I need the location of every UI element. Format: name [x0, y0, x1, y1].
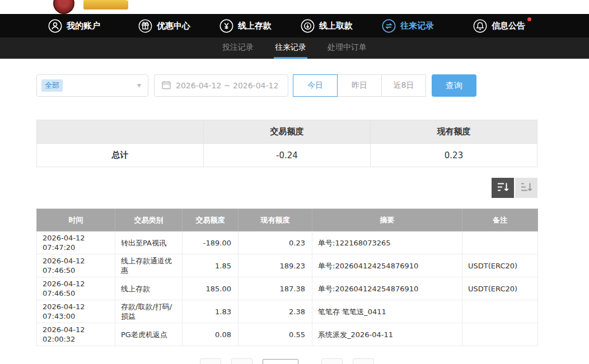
cell-transaction-amount: 1.83 [183, 300, 239, 323]
summary-header-empty [37, 120, 204, 144]
summary-total-row: 总计 -0.24 0.23 [37, 144, 537, 167]
cell-note: USDT(ERC20) [462, 254, 538, 277]
cell-summary: 单号:202604124254876910 [312, 277, 462, 300]
cell-time: 2026-04-12 07:47:20 [37, 231, 115, 254]
summary-total-label: 总计 [37, 144, 204, 167]
type-select[interactable]: 全部 ▼ [36, 74, 148, 97]
col-header-transaction-amount: 交易额度 [183, 209, 239, 231]
cell-summary: 系统派发_2026-04-11 [312, 323, 462, 346]
tab-label: 往来记录 [275, 42, 306, 53]
cell-type: 转出至PA视讯 [115, 231, 183, 254]
nav-item-announcements[interactable]: 信息公告 [473, 19, 525, 33]
nav-label: 优惠中心 [157, 21, 190, 31]
calendar-icon [162, 81, 171, 91]
nav-item-promotions[interactable]: 优惠中心 [138, 19, 190, 33]
cell-note: USDT(ERC20) [462, 277, 538, 300]
summary-header-row: 交易额度 现有额度 [37, 120, 537, 144]
cell-time: 2026-04-12 02:00:32 [37, 323, 115, 346]
table-row: 2026-04-12 07:47:20 转出至PA视讯 -189.00 0.23… [37, 231, 538, 254]
summary-table: 交易额度 现有额度 总计 -0.24 0.23 [36, 120, 537, 167]
previous-page-button[interactable] [231, 358, 253, 364]
yesterday-button[interactable]: 昨日 [337, 74, 382, 97]
nav-label: 我的账户 [67, 21, 100, 31]
table-row: 2026-04-12 07:43:00 存款/取款/打码/损益 1.83 2.3… [37, 300, 538, 323]
withdraw-icon [301, 19, 315, 33]
cell-note [462, 231, 538, 254]
cell-type: 存款/取款/打码/损益 [115, 300, 183, 323]
nav-item-online-deposit[interactable]: 线上存款 [219, 19, 272, 33]
cell-transaction-amount: 185.00 [183, 277, 239, 300]
nav-label: 线上取款 [319, 21, 353, 31]
cell-current-amount: 189.23 [239, 254, 312, 277]
nav-item-my-account[interactable]: 我的账户 [48, 19, 100, 33]
page-indicator: 1 /1 [263, 359, 312, 364]
tab-label: 投注记录 [222, 42, 254, 53]
record-tabs: 投注记录 往来记录 处理中订单 [0, 37, 589, 59]
quick-date-group: 今日 昨日 近8日 [293, 74, 426, 97]
cell-time: 2026-04-12 07:46:50 [37, 277, 115, 300]
transaction-records-page: 我的账户 优惠中心 线上存款 [0, 0, 589, 364]
transfer-records-icon [382, 19, 396, 33]
user-icon [48, 19, 62, 33]
tab-betting-records[interactable]: 投注记录 [221, 37, 255, 59]
today-button[interactable]: 今日 [293, 74, 338, 97]
summary-transaction-total: -0.24 [204, 144, 371, 167]
cell-summary: 单号:122168073265 [312, 231, 462, 254]
filter-row: 全部 ▼ 2026-04-12 ~ 2026-04-12 今日 昨日 近8日 查… [36, 74, 537, 97]
nav-item-online-withdrawal[interactable]: 线上取款 [301, 19, 353, 33]
tab-label: 处理中订单 [328, 42, 367, 53]
sort-ascending-icon [520, 182, 532, 194]
next-page-button[interactable] [321, 358, 343, 364]
mascot-logo-icon [53, 0, 74, 14]
cell-transaction-amount: 1.85 [183, 254, 239, 277]
summary-current-total: 0.23 [371, 144, 537, 167]
bell-icon [473, 19, 487, 33]
col-header-current-amount: 现有额度 [239, 209, 312, 231]
sort-descending-icon [497, 182, 509, 194]
pagination: 1 /1 [36, 358, 537, 364]
col-header-summary: 摘要 [312, 209, 462, 231]
notification-dot [527, 17, 531, 21]
page-select[interactable]: 1 [263, 359, 298, 364]
sort-controls [36, 178, 537, 198]
last-8-days-button[interactable]: 近8日 [381, 74, 426, 97]
cell-type: 线上存款 [115, 277, 183, 300]
last-page-button[interactable] [353, 358, 374, 364]
gift-icon [138, 19, 152, 33]
table-row: 2026-04-12 02:00:32 PG老虎机返点 0.08 0.55 系统… [37, 323, 538, 346]
nav-item-transaction-records[interactable]: 往来记录 [382, 19, 434, 33]
col-header-type: 交易类别 [115, 209, 183, 231]
nav-label: 线上存款 [238, 21, 272, 31]
sort-descending-button[interactable] [492, 178, 514, 198]
cell-current-amount: 187.38 [239, 277, 312, 300]
table-row: 2026-04-12 07:46:50 线上存款 185.00 187.38 单… [37, 277, 538, 300]
nav-label: 信息公告 [492, 21, 525, 31]
summary-header-transaction: 交易额度 [204, 120, 371, 144]
summary-header-current: 现有额度 [371, 120, 537, 144]
cell-transaction-amount: -189.00 [183, 231, 239, 254]
records-header-row: 时间 交易类别 交易额度 现有额度 摘要 备注 [37, 209, 538, 231]
sort-ascending-button[interactable] [515, 178, 537, 198]
cell-summary: 笔笔存 笔笔送_0411 [312, 300, 462, 323]
cell-time: 2026-04-12 07:46:50 [37, 254, 115, 277]
cell-summary: 单号:202604124254876910 [312, 254, 462, 277]
logo-bar [0, 0, 589, 14]
date-range-input[interactable]: 2026-04-12 ~ 2026-04-12 [154, 74, 288, 97]
col-header-note: 备注 [462, 209, 538, 231]
records-table: 时间 交易类别 交易额度 现有额度 摘要 备注 2026-04-12 07:47… [36, 209, 538, 346]
cell-note [462, 300, 538, 323]
table-row: 2026-04-12 07:46:50 线上存款通道优惠 1.85 189.23… [37, 254, 538, 277]
date-range-value: 2026-04-12 ~ 2026-04-12 [176, 81, 278, 90]
type-selected-chip: 全部 [41, 79, 63, 92]
site-logo[interactable] [53, 0, 128, 16]
cell-note [462, 323, 538, 346]
tab-processing-orders[interactable]: 处理中订单 [326, 37, 368, 59]
tab-transaction-records[interactable]: 往来记录 [274, 37, 307, 59]
main-content: 全部 ▼ 2026-04-12 ~ 2026-04-12 今日 昨日 近8日 查… [0, 74, 589, 364]
main-navigation: 我的账户 优惠中心 线上存款 [0, 14, 589, 37]
first-page-button[interactable] [200, 358, 221, 364]
cell-current-amount: 2.38 [239, 300, 312, 323]
chevron-down-icon: ▼ [137, 83, 141, 88]
cell-time: 2026-04-12 07:43:00 [37, 300, 115, 323]
search-button[interactable]: 查询 [432, 74, 476, 97]
